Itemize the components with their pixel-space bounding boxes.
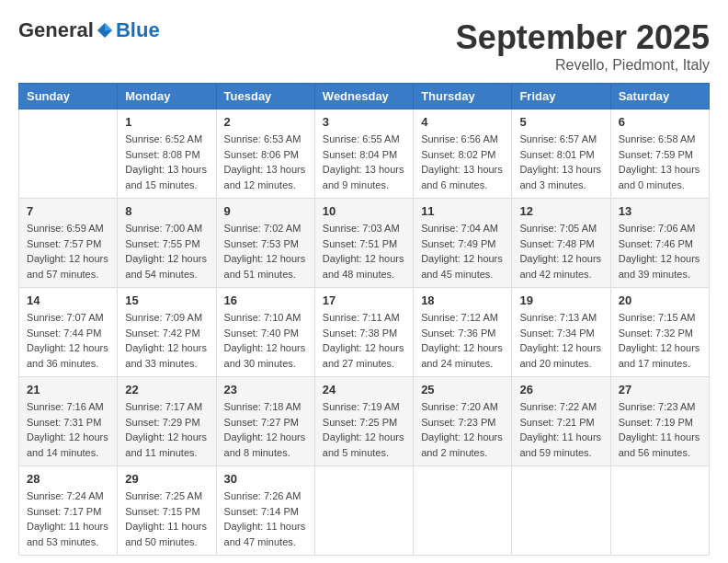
day-info: Sunrise: 7:22 AMSunset: 7:21 PMDaylight:… [519, 399, 602, 460]
day-number: 14 [27, 293, 109, 307]
calendar-table: SundayMondayTuesdayWednesdayThursdayFrid… [18, 83, 710, 556]
calendar-week-row: 28Sunrise: 7:24 AMSunset: 7:17 PMDayligh… [19, 466, 710, 556]
day-number: 26 [519, 383, 602, 396]
column-header-friday: Friday [512, 84, 610, 109]
day-info: Sunrise: 7:20 AMSunset: 7:23 PMDaylight:… [421, 399, 504, 460]
calendar-cell: 19Sunrise: 7:13 AMSunset: 7:34 PMDayligh… [512, 288, 610, 377]
day-info: Sunrise: 7:00 AMSunset: 7:55 PMDaylight:… [125, 221, 208, 282]
day-info: Sunrise: 7:03 AMSunset: 7:51 PMDaylight:… [323, 221, 405, 282]
day-number: 3 [323, 115, 405, 129]
day-number: 5 [519, 115, 602, 129]
calendar-cell: 8Sunrise: 7:00 AMSunset: 7:55 PMDaylight… [118, 199, 216, 288]
day-info: Sunrise: 7:04 AMSunset: 7:49 PMDaylight:… [421, 221, 504, 282]
calendar-cell: 24Sunrise: 7:19 AMSunset: 7:25 PMDayligh… [314, 377, 413, 466]
calendar-cell: 5Sunrise: 6:57 AMSunset: 8:01 PMDaylight… [512, 109, 610, 199]
column-header-saturday: Saturday [610, 84, 709, 109]
day-number: 23 [224, 383, 307, 396]
day-info: Sunrise: 7:07 AMSunset: 7:44 PMDaylight:… [27, 310, 109, 371]
calendar-cell: 2Sunrise: 6:53 AMSunset: 8:06 PMDaylight… [216, 109, 314, 199]
day-number: 18 [421, 293, 504, 307]
day-number: 16 [224, 293, 307, 307]
calendar-cell: 22Sunrise: 7:17 AMSunset: 7:29 PMDayligh… [118, 377, 216, 466]
day-info: Sunrise: 7:02 AMSunset: 7:53 PMDaylight:… [224, 221, 307, 282]
calendar-cell: 20Sunrise: 7:15 AMSunset: 7:32 PMDayligh… [610, 288, 709, 377]
column-header-sunday: Sunday [19, 84, 118, 109]
calendar-week-row: 14Sunrise: 7:07 AMSunset: 7:44 PMDayligh… [19, 288, 710, 377]
column-header-monday: Monday [118, 84, 216, 109]
location-text: Revello, Piedmont, Italy [456, 57, 710, 74]
calendar-cell: 30Sunrise: 7:26 AMSunset: 7:14 PMDayligh… [216, 466, 314, 556]
title-section: September 2025 Revello, Piedmont, Italy [456, 18, 710, 74]
day-number: 9 [224, 204, 307, 218]
day-info: Sunrise: 7:13 AMSunset: 7:34 PMDaylight:… [519, 310, 602, 371]
day-info: Sunrise: 6:57 AMSunset: 8:01 PMDaylight:… [519, 132, 602, 192]
day-number: 20 [619, 293, 701, 307]
logo-general-text: General [18, 18, 94, 42]
calendar-week-row: 21Sunrise: 7:16 AMSunset: 7:31 PMDayligh… [19, 377, 710, 466]
day-info: Sunrise: 7:24 AMSunset: 7:17 PMDaylight:… [27, 488, 109, 549]
calendar-cell: 6Sunrise: 6:58 AMSunset: 7:59 PMDaylight… [610, 109, 709, 199]
calendar-cell [610, 466, 709, 556]
calendar-cell: 1Sunrise: 6:52 AMSunset: 8:08 PMDaylight… [118, 109, 216, 199]
svg-marker-1 [105, 23, 112, 30]
column-header-thursday: Thursday [414, 84, 512, 109]
logo-icon [96, 21, 114, 40]
calendar-cell: 16Sunrise: 7:10 AMSunset: 7:40 PMDayligh… [216, 288, 314, 377]
calendar-cell: 15Sunrise: 7:09 AMSunset: 7:42 PMDayligh… [118, 288, 216, 377]
calendar-cell: 7Sunrise: 6:59 AMSunset: 7:57 PMDaylight… [19, 199, 118, 288]
day-info: Sunrise: 7:11 AMSunset: 7:38 PMDaylight:… [323, 310, 405, 371]
day-info: Sunrise: 6:58 AMSunset: 7:59 PMDaylight:… [619, 132, 701, 192]
day-info: Sunrise: 7:12 AMSunset: 7:36 PMDaylight:… [421, 310, 504, 371]
calendar-cell [19, 109, 118, 199]
calendar-cell: 10Sunrise: 7:03 AMSunset: 7:51 PMDayligh… [314, 199, 413, 288]
day-info: Sunrise: 7:06 AMSunset: 7:46 PMDaylight:… [619, 221, 701, 282]
day-number: 28 [27, 472, 109, 486]
day-info: Sunrise: 7:10 AMSunset: 7:40 PMDaylight:… [224, 310, 307, 371]
day-number: 25 [421, 383, 504, 396]
calendar-cell: 9Sunrise: 7:02 AMSunset: 7:53 PMDaylight… [216, 199, 314, 288]
day-info: Sunrise: 7:09 AMSunset: 7:42 PMDaylight:… [125, 310, 208, 371]
day-number: 7 [27, 204, 109, 218]
day-info: Sunrise: 7:19 AMSunset: 7:25 PMDaylight:… [323, 399, 405, 460]
day-info: Sunrise: 6:53 AMSunset: 8:06 PMDaylight:… [224, 132, 307, 192]
day-number: 19 [519, 293, 602, 307]
calendar-cell: 23Sunrise: 7:18 AMSunset: 7:27 PMDayligh… [216, 377, 314, 466]
calendar-cell: 21Sunrise: 7:16 AMSunset: 7:31 PMDayligh… [19, 377, 118, 466]
page-header: General Blue September 2025 Revello, Pie… [18, 18, 710, 74]
day-info: Sunrise: 7:23 AMSunset: 7:19 PMDaylight:… [619, 399, 701, 460]
calendar-cell: 11Sunrise: 7:04 AMSunset: 7:49 PMDayligh… [414, 199, 512, 288]
calendar-cell: 28Sunrise: 7:24 AMSunset: 7:17 PMDayligh… [19, 466, 118, 556]
calendar-cell: 25Sunrise: 7:20 AMSunset: 7:23 PMDayligh… [414, 377, 512, 466]
calendar-header-row: SundayMondayTuesdayWednesdayThursdayFrid… [19, 84, 710, 109]
day-number: 11 [421, 204, 504, 218]
calendar-cell: 3Sunrise: 6:55 AMSunset: 8:04 PMDaylight… [314, 109, 413, 199]
day-number: 10 [323, 204, 405, 218]
day-number: 29 [125, 472, 208, 486]
calendar-cell: 26Sunrise: 7:22 AMSunset: 7:21 PMDayligh… [512, 377, 610, 466]
calendar-cell: 12Sunrise: 7:05 AMSunset: 7:48 PMDayligh… [512, 199, 610, 288]
day-number: 27 [619, 383, 701, 396]
day-number: 1 [125, 115, 208, 129]
day-number: 17 [323, 293, 405, 307]
day-info: Sunrise: 6:56 AMSunset: 8:02 PMDaylight:… [421, 132, 504, 192]
calendar-cell: 18Sunrise: 7:12 AMSunset: 7:36 PMDayligh… [414, 288, 512, 377]
calendar-week-row: 7Sunrise: 6:59 AMSunset: 7:57 PMDaylight… [19, 199, 710, 288]
day-number: 8 [125, 204, 208, 218]
day-info: Sunrise: 6:59 AMSunset: 7:57 PMDaylight:… [27, 221, 109, 282]
calendar-cell [414, 466, 512, 556]
calendar-cell: 14Sunrise: 7:07 AMSunset: 7:44 PMDayligh… [19, 288, 118, 377]
day-number: 22 [125, 383, 208, 396]
day-number: 13 [619, 204, 701, 218]
calendar-week-row: 1Sunrise: 6:52 AMSunset: 8:08 PMDaylight… [19, 109, 710, 199]
day-info: Sunrise: 6:52 AMSunset: 8:08 PMDaylight:… [125, 132, 208, 192]
calendar-cell: 13Sunrise: 7:06 AMSunset: 7:46 PMDayligh… [610, 199, 709, 288]
day-info: Sunrise: 7:16 AMSunset: 7:31 PMDaylight:… [27, 399, 109, 460]
day-info: Sunrise: 7:17 AMSunset: 7:29 PMDaylight:… [125, 399, 208, 460]
day-number: 6 [619, 115, 701, 129]
calendar-cell [512, 466, 610, 556]
day-info: Sunrise: 7:26 AMSunset: 7:14 PMDaylight:… [224, 488, 307, 549]
logo: General Blue [18, 18, 160, 42]
calendar-cell [314, 466, 413, 556]
day-info: Sunrise: 7:15 AMSunset: 7:32 PMDaylight:… [619, 310, 701, 371]
logo-blue-text: Blue [116, 18, 160, 42]
